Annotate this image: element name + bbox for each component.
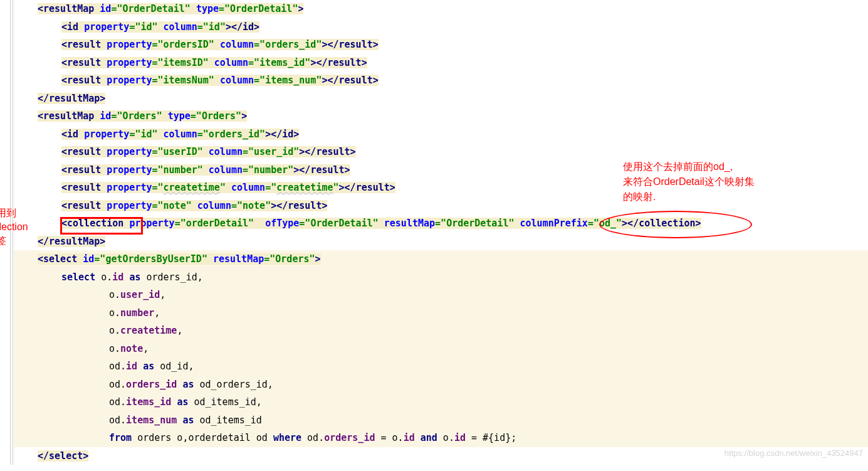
- sql-line[interactable]: o.note,: [14, 340, 868, 358]
- code-line[interactable]: </resultMap>: [14, 233, 868, 251]
- code-line[interactable]: <resultMap id="Orders" type="Orders">: [14, 107, 868, 125]
- code-line[interactable]: <id property="id" column="orders_id"></i…: [14, 125, 868, 144]
- sql-line[interactable]: od.orders_id as od_orders_id,: [14, 376, 868, 394]
- red-box-collection: [60, 217, 143, 235]
- code-line[interactable]: </resultMap>: [14, 90, 868, 108]
- sql-line[interactable]: o.createtime,: [14, 322, 868, 340]
- code-line[interactable]: <result property="userID" column="user_i…: [14, 143, 868, 161]
- code-editor[interactable]: <resultMap id="OrderDetail" type="OrderD…: [0, 0, 868, 465]
- sql-line[interactable]: o.number,: [14, 304, 868, 322]
- red-ellipse-columnprefix: [599, 211, 752, 238]
- annotation-right-3: 的映射.: [623, 188, 656, 206]
- code-line[interactable]: <result property="itemsID" column="items…: [14, 54, 868, 72]
- code-line[interactable]: <result property="ordersID" column="orde…: [14, 36, 868, 54]
- sql-line[interactable]: od.id as od_id,: [14, 357, 868, 376]
- code-line[interactable]: <select id="getOrdersByUserID" resultMap…: [14, 250, 868, 268]
- code-line[interactable]: <result property="itemsNum" column="item…: [14, 71, 868, 90]
- annotation-left-3: 标签: [0, 232, 6, 250]
- code-line[interactable]: <resultMap id="OrderDetail" type="OrderD…: [14, 0, 868, 18]
- watermark: https://blog.csdn.net/weixin_43524947: [724, 445, 863, 463]
- sql-line[interactable]: od.items_num as od_items_id: [14, 411, 868, 430]
- sql-line[interactable]: od.items_id as od_items_id,: [14, 393, 868, 411]
- sql-line[interactable]: select o.id as orders_id,: [14, 268, 868, 287]
- sql-line[interactable]: o.user_id,: [14, 286, 868, 304]
- code-line[interactable]: <id property="id" column="id"></id>: [14, 18, 868, 36]
- code-line[interactable]: <result property="note" column="note"></…: [14, 197, 868, 215]
